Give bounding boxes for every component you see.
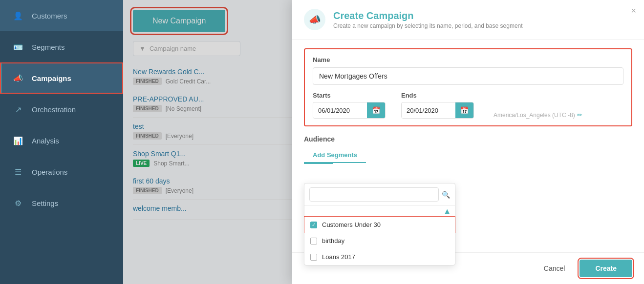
modal-close-button[interactable]: × <box>631 6 636 16</box>
cancel-button[interactable]: Cancel <box>536 261 573 276</box>
orchestration-icon: ↗ <box>11 102 25 116</box>
customers-icon: 👤 <box>11 9 25 22</box>
name-input[interactable] <box>313 67 623 85</box>
modal-subtitle: Create a new campaign by selecting its n… <box>333 22 523 29</box>
timezone-label: America/Los_Angeles (UTC -8) <box>494 112 575 119</box>
modal-title: Create Campaign <box>333 10 523 21</box>
ends-input-wrap: 📅 <box>401 102 474 119</box>
starts-input[interactable] <box>313 103 367 118</box>
starts-input-wrap: 📅 <box>313 102 386 119</box>
ends-group: Ends 📅 <box>401 92 474 119</box>
starts-calendar-button[interactable]: 📅 <box>367 102 385 118</box>
sidebar-label-analysis: Analysis <box>32 137 59 145</box>
modal-body: Name Starts 📅 <box>292 40 644 252</box>
ends-input[interactable] <box>402 103 455 118</box>
create-campaign-modal: 📣 Create Campaign Create a new campaign … <box>292 0 644 284</box>
sidebar-label-segments: Segments <box>32 43 65 51</box>
timezone-edit-icon[interactable]: ✏ <box>577 111 582 119</box>
starts-label: Starts <box>313 92 386 99</box>
segment-checkbox-birthday[interactable] <box>310 238 317 244</box>
sidebar-label-settings: Settings <box>32 199 58 207</box>
segment-item-birthday[interactable]: birthday <box>304 233 455 249</box>
settings-icon: ⚙ <box>11 196 25 210</box>
megaphone-icon: 📣 <box>309 14 321 25</box>
campaigns-icon: 📣 <box>11 71 25 85</box>
timezone-area: America/Los_Angeles (UTC -8) ✏ <box>494 111 582 119</box>
segment-checkbox-customers-under-30[interactable]: ✓ <box>310 222 317 228</box>
audience-label: Audience <box>304 135 632 143</box>
segment-item-label-customers-under-30: Customers Under 30 <box>322 221 381 228</box>
sidebar-item-orchestration[interactable]: ↗ Orchestration <box>0 94 123 125</box>
sidebar-item-settings[interactable]: ⚙ Settings <box>0 187 123 219</box>
calendar-icon: 📅 <box>372 106 380 114</box>
sidebar: 👤 Customers 🪪 Segments 📣 Campaigns ↗ Orc… <box>0 0 123 284</box>
ends-label: Ends <box>401 92 474 99</box>
add-segments-tab[interactable]: Add Segments <box>304 148 366 163</box>
segment-search-input[interactable] <box>309 187 439 202</box>
modal-title-area: Create Campaign Create a new campaign by… <box>333 10 523 29</box>
starts-group: Starts 📅 <box>313 92 386 119</box>
sidebar-item-operations[interactable]: ☰ Operations <box>0 156 123 187</box>
name-label: Name <box>313 56 623 63</box>
sidebar-label-orchestration: Orchestration <box>32 105 76 114</box>
ends-calendar-button[interactable]: 📅 <box>455 102 473 118</box>
sidebar-item-segments[interactable]: 🪪 Segments <box>0 31 123 62</box>
segment-dropdown: 🔍 ▲ ✓ Customers Under 30 birthday Loans … <box>304 183 455 252</box>
modal-campaign-icon: 📣 <box>304 9 325 30</box>
calendar-icon-ends: 📅 <box>460 106 469 114</box>
segment-items-list: ✓ Customers Under 30 birthday Loans 2017 <box>304 217 455 252</box>
name-date-section: Name Starts 📅 <box>304 48 632 126</box>
sidebar-label-operations: Operations <box>32 168 67 176</box>
modal-header: 📣 Create Campaign Create a new campaign … <box>292 0 644 40</box>
sidebar-label-customers: Customers <box>32 12 67 20</box>
sidebar-item-customers[interactable]: 👤 Customers <box>0 0 123 31</box>
segment-search-icon: 🔍 <box>442 191 450 199</box>
sidebar-label-campaigns: Campaigns <box>32 74 71 82</box>
modal-overlay: 📣 Create Campaign Create a new campaign … <box>123 0 644 284</box>
segment-item-customers-under-30[interactable]: ✓ Customers Under 30 <box>304 217 455 233</box>
scroll-up-indicator: ▲ <box>304 206 455 217</box>
segment-item-label-birthday: birthday <box>322 237 344 244</box>
create-button[interactable]: Create <box>580 260 632 277</box>
main-content: New Campaign ▼ Campaign name New Rewards… <box>123 0 644 284</box>
analysis-icon: 📊 <box>11 134 25 147</box>
segments-icon: 🪪 <box>11 40 25 54</box>
segment-search-row: 🔍 <box>304 183 455 206</box>
date-row: Starts 📅 Ends <box>313 92 623 119</box>
sidebar-item-analysis[interactable]: 📊 Analysis <box>0 125 123 156</box>
segment-item-loans-2017[interactable]: Loans 2017 <box>304 249 455 252</box>
operations-icon: ☰ <box>11 165 25 179</box>
sidebar-item-campaigns[interactable]: 📣 Campaigns <box>0 62 123 94</box>
tab-divider <box>304 163 333 164</box>
